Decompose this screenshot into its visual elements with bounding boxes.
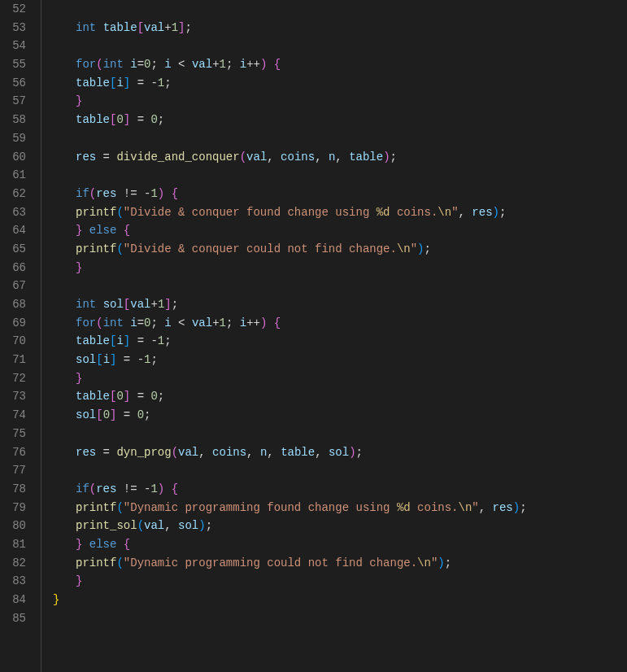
code-token: (	[116, 242, 123, 255]
line-number: 74	[7, 406, 26, 425]
code-token: ]	[124, 390, 130, 403]
code-line[interactable]: }	[53, 572, 627, 591]
code-line[interactable]: if(res != -1) {	[53, 480, 627, 499]
code-token: "Divide & conquer could not find change.	[124, 242, 397, 255]
code-line[interactable]: int sol[val+1];	[53, 295, 627, 314]
code-token: coins.	[411, 501, 459, 514]
code-line[interactable]: }	[53, 591, 627, 609]
code-line[interactable]: for(int i=0; i < val+1; i++) {	[53, 55, 627, 74]
code-token: ,	[479, 501, 493, 514]
code-token: i	[103, 353, 110, 366]
line-number: 76	[7, 443, 26, 462]
code-token: val	[144, 519, 164, 532]
code-token: "	[451, 206, 458, 219]
code-token: i	[130, 58, 137, 71]
code-line[interactable]: sol[i] = -1;	[53, 351, 627, 369]
code-token: (	[89, 482, 96, 495]
code-token	[267, 316, 273, 329]
code-token: [	[96, 408, 102, 421]
code-token: {	[172, 187, 178, 200]
line-number: 80	[7, 517, 26, 535]
code-line[interactable]: printf("Divide & conquer could not find …	[53, 240, 627, 259]
line-number: 59	[7, 129, 26, 148]
code-line[interactable]	[53, 425, 627, 443]
line-number: 61	[7, 166, 26, 185]
code-token	[96, 298, 102, 311]
code-line[interactable]	[53, 0, 627, 19]
line-number: 72	[7, 369, 26, 388]
code-line[interactable]: print_sol(val, sol);	[53, 517, 627, 535]
code-token: ;	[150, 58, 164, 71]
code-line[interactable]: printf("Dynamic programming could not fi…	[53, 554, 627, 573]
line-number: 75	[7, 425, 26, 443]
code-token: =	[96, 151, 116, 164]
code-token: res	[76, 446, 96, 459]
code-token: (	[96, 58, 102, 71]
code-token: sol	[103, 298, 124, 311]
code-line[interactable]: } else {	[53, 221, 627, 240]
code-line[interactable]: } else {	[53, 535, 627, 554]
code-token: coins	[281, 151, 315, 164]
code-token: {	[274, 316, 281, 329]
code-token: ,	[335, 151, 349, 164]
code-token: ]	[124, 113, 130, 126]
code-line[interactable]: table[i] = -1;	[53, 74, 627, 93]
code-line[interactable]: printf("Divide & conquer found change us…	[53, 203, 627, 222]
line-number: 73	[7, 387, 26, 406]
code-token: (	[172, 446, 178, 459]
line-number: 79	[7, 499, 26, 517]
code-token: divide_and_conquer	[116, 151, 239, 164]
code-line[interactable]: table[0] = 0;	[53, 387, 627, 406]
code-line[interactable]	[53, 277, 627, 295]
code-token: ++	[246, 316, 260, 329]
code-token: (	[116, 556, 123, 569]
code-line[interactable]: sol[0] = 0;	[53, 406, 627, 425]
code-token: \n	[417, 556, 431, 569]
code-token: +	[164, 21, 171, 34]
code-line[interactable]: printf("Dynamic programming found change…	[53, 499, 627, 517]
code-token: )	[158, 482, 164, 495]
code-token	[124, 58, 130, 71]
code-token: }	[76, 372, 82, 385]
code-line[interactable]: }	[53, 369, 627, 388]
code-token: else	[89, 224, 117, 237]
code-token: =	[137, 316, 144, 329]
code-line[interactable]: table[0] = 0;	[53, 111, 627, 129]
code-line[interactable]: if(res != -1) {	[53, 185, 627, 203]
code-token: i	[164, 316, 171, 329]
code-token: 0	[103, 408, 110, 421]
code-line[interactable]: res = dyn_prog(val, coins, n, table, sol…	[53, 443, 627, 462]
code-line[interactable]: res = divide_and_conquer(val, coins, n, …	[53, 148, 627, 167]
code-line[interactable]	[53, 461, 627, 480]
code-token	[82, 538, 89, 551]
code-token: 1	[220, 316, 226, 329]
line-number: 83	[7, 572, 26, 591]
code-token: coins.	[390, 206, 438, 219]
code-token: ,	[459, 206, 472, 219]
code-token: != -	[116, 187, 150, 200]
code-token: ,	[246, 446, 260, 459]
code-line[interactable]: }	[53, 92, 627, 111]
code-line[interactable]: for(int i=0; i < val+1; i++) {	[53, 314, 627, 333]
code-token: i	[240, 58, 246, 71]
code-token: )	[417, 242, 424, 255]
code-line[interactable]	[53, 609, 627, 628]
code-line[interactable]: table[i] = -1;	[53, 332, 627, 351]
line-number: 70	[7, 332, 26, 351]
code-token: "Divide & conquer found change using	[124, 206, 377, 219]
code-token: \n	[459, 501, 472, 514]
code-token: ;	[520, 501, 526, 514]
code-token: [	[137, 21, 144, 34]
code-line[interactable]	[53, 37, 627, 55]
line-number: 54	[7, 37, 26, 55]
code-token: ;	[185, 21, 191, 34]
code-token	[164, 482, 171, 495]
code-line[interactable]	[53, 166, 627, 185]
code-line[interactable]: int table[val+1];	[53, 19, 627, 37]
code-line[interactable]: }	[53, 259, 627, 277]
code-text-area[interactable]: int table[val+1];for(int i=0; i < val+1;…	[41, 0, 627, 672]
code-editor[interactable]: 5253545556575859606162636465666768697071…	[0, 0, 627, 672]
code-token: 1	[150, 187, 157, 200]
code-line[interactable]	[53, 129, 627, 148]
code-token: ,	[164, 519, 178, 532]
